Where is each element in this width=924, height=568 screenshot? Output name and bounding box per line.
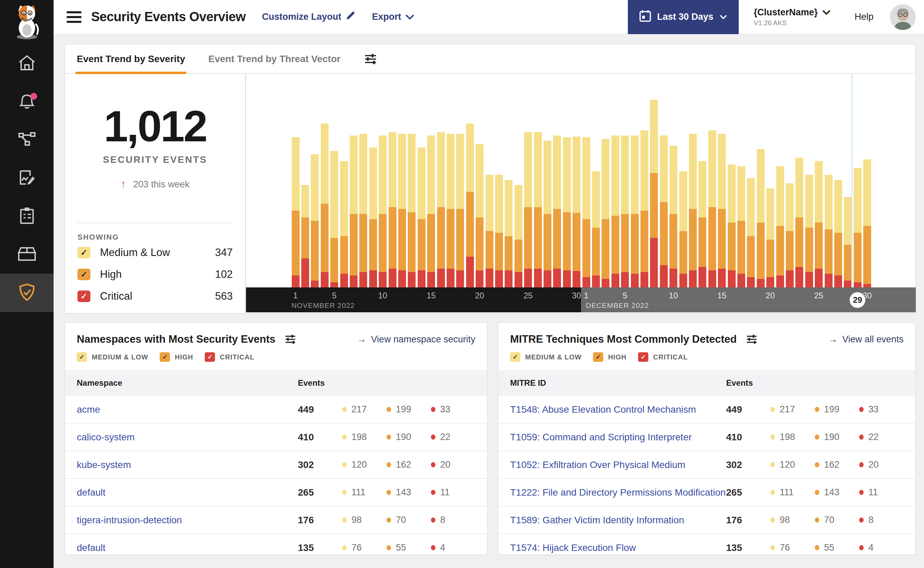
- header-right: Last 30 Days {ClusterName} V1.26 AKS Hel…: [628, 0, 924, 34]
- chart-bar: [689, 134, 697, 287]
- total-security-events: 1,012: [65, 104, 245, 148]
- sidebar-item-compliance[interactable]: [0, 197, 54, 236]
- chart-bar: [728, 165, 736, 287]
- row-events-total: 449: [726, 404, 770, 415]
- row-name-link[interactable]: calico-system: [77, 432, 135, 443]
- row-events-total: 135: [726, 542, 770, 553]
- chart-bar: [514, 185, 522, 287]
- chart-bar: [641, 130, 648, 287]
- sidebar-item-service-graph[interactable]: [0, 121, 54, 159]
- chip-high[interactable]: ✓HIGH: [160, 352, 193, 362]
- critical-dot-icon: [859, 462, 864, 467]
- chip-label: CRITICAL: [653, 353, 687, 361]
- current-day-badge: 29: [850, 292, 865, 308]
- axis-tick: 5: [623, 291, 627, 301]
- view-namespace-security-link[interactable]: → View namespace security: [357, 334, 475, 345]
- view-all-events-link[interactable]: → View all events: [828, 334, 903, 345]
- row-name-link[interactable]: T1059: Command and Scripting Interpreter: [510, 432, 692, 443]
- table-row: kube-system30212016220: [65, 451, 487, 479]
- critical-dot-icon: [859, 518, 864, 523]
- tab-event-trend-by-threat-vector[interactable]: Event Trend by Threat Vector: [208, 44, 340, 73]
- row-name-link[interactable]: T1589: Gather Victim Identity Informatio…: [510, 515, 684, 525]
- row-name-link[interactable]: T1052: Exfiltration Over Physical Medium: [510, 459, 686, 470]
- customize-layout-button[interactable]: Customize Layout: [262, 11, 356, 23]
- row-name-link[interactable]: T1574: Hijack Execution Flow: [510, 542, 636, 553]
- row-name-link[interactable]: acme: [77, 404, 100, 415]
- cluster-selector[interactable]: {ClusterName} V1.26 AKS: [754, 7, 831, 27]
- axis-tick: 15: [427, 291, 436, 301]
- export-button[interactable]: Export: [372, 12, 414, 22]
- chip-label: HIGH: [608, 353, 627, 361]
- tune-filter-icon[interactable]: [746, 334, 758, 345]
- storage-box-icon: [17, 246, 36, 263]
- severity-count-medium: 198: [342, 432, 387, 443]
- high-checkbox[interactable]: ✓: [77, 269, 90, 280]
- hamburger-menu-icon[interactable]: [66, 11, 81, 23]
- view-link-label: View namespace security: [371, 334, 475, 345]
- medium-checkbox[interactable]: ✓: [77, 352, 87, 362]
- chart-bar: [437, 132, 445, 287]
- row-events-total: 176: [726, 515, 770, 526]
- tune-filter-icon[interactable]: [364, 53, 377, 65]
- chart-plot: [246, 74, 916, 287]
- chip-medium[interactable]: ✓MEDIUM & LOW: [510, 352, 582, 362]
- sidebar-item-alerts[interactable]: [0, 83, 54, 121]
- critical-checkbox[interactable]: ✓: [205, 352, 215, 362]
- row-events-total: 135: [298, 542, 342, 553]
- table-row: T1548: Abuse Elevation Control Mechanism…: [499, 396, 915, 424]
- notification-dot: [30, 93, 37, 100]
- row-name-link[interactable]: T1548: Abuse Elevation Control Mechanism: [510, 404, 696, 415]
- chart-bar: [301, 185, 309, 287]
- chart-bar: [601, 139, 609, 287]
- severity-count-critical: 20: [859, 459, 903, 470]
- high-checkbox[interactable]: ✓: [160, 352, 170, 362]
- chip-critical[interactable]: ✓CRITICAL: [205, 352, 254, 362]
- sidebar: [0, 0, 54, 568]
- row-name-link[interactable]: T1222: File and Directory Permissions Mo…: [510, 487, 726, 498]
- sidebar-item-threat-defense[interactable]: [0, 274, 54, 312]
- help-link[interactable]: Help: [855, 12, 873, 22]
- chart-bar: [311, 154, 319, 287]
- critical-dot-icon: [431, 518, 436, 523]
- critical-dot-icon: [431, 407, 436, 412]
- chip-high[interactable]: ✓HIGH: [593, 352, 627, 362]
- high-checkbox[interactable]: ✓: [593, 352, 603, 362]
- sidebar-item-policies[interactable]: [0, 159, 54, 197]
- calico-cat-logo[interactable]: [0, 0, 54, 44]
- table-row: T1052: Exfiltration Over Physical Medium…: [499, 451, 915, 479]
- row-name-link[interactable]: default: [77, 487, 106, 498]
- sidebar-item-images[interactable]: [0, 236, 54, 274]
- table-row: tigera-intrusion-detection17698708: [65, 506, 487, 534]
- table-row: T1589: Gather Victim Identity Informatio…: [499, 506, 915, 534]
- chip-label: MEDIUM & LOW: [525, 353, 582, 361]
- row-events-total: 176: [298, 515, 342, 526]
- critical-dot-icon: [431, 490, 436, 495]
- filter-row-high[interactable]: ✓High102: [77, 263, 233, 286]
- row-name-link[interactable]: tigera-intrusion-detection: [77, 515, 182, 525]
- sidebar-item-home[interactable]: [0, 44, 54, 83]
- table-row: acme44921719933: [65, 396, 487, 424]
- critical-checkbox[interactable]: ✓: [638, 352, 648, 362]
- chart-bar: [621, 136, 629, 287]
- tab-event-trend-by-severity[interactable]: Event Trend by Severity: [77, 44, 185, 73]
- user-avatar[interactable]: [890, 4, 916, 30]
- chip-critical[interactable]: ✓CRITICAL: [638, 352, 687, 362]
- medium-checkbox[interactable]: ✓: [77, 247, 90, 258]
- severity-count-medium: 111: [770, 487, 815, 498]
- row-name-link[interactable]: default: [77, 542, 106, 553]
- filter-row-critical[interactable]: ✓Critical563: [77, 286, 233, 307]
- critical-checkbox[interactable]: ✓: [77, 290, 90, 302]
- high-dot-icon: [387, 407, 391, 412]
- date-range-button[interactable]: Last 30 Days: [628, 0, 739, 34]
- tune-filter-icon[interactable]: [284, 334, 297, 345]
- row-name-link[interactable]: kube-system: [77, 459, 131, 470]
- mitre-card-title: MITRE Techniques Most Commonly Detected: [510, 333, 737, 346]
- chip-medium[interactable]: ✓MEDIUM & LOW: [77, 352, 148, 362]
- axis-tick: 20: [766, 291, 775, 301]
- high-dot-icon: [815, 490, 819, 495]
- filter-row-medium[interactable]: ✓Medium & Low347: [77, 242, 233, 263]
- high-dot-icon: [387, 462, 391, 467]
- chart-bar: [544, 140, 552, 287]
- medium-checkbox[interactable]: ✓: [510, 352, 520, 362]
- severity-count-medium: 217: [770, 404, 815, 415]
